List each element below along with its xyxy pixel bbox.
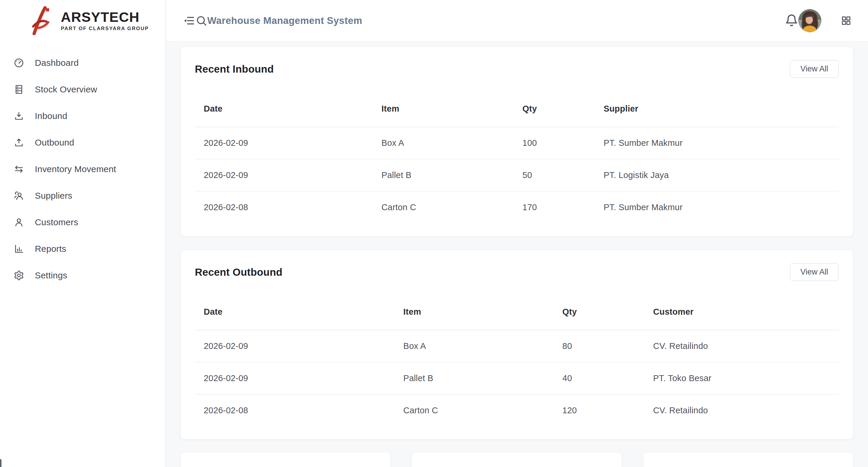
card-title: Recent Inbound: [195, 63, 274, 75]
col-header-supplier: Supplier: [595, 94, 839, 127]
sidebar-item-customers[interactable]: Customers: [0, 209, 165, 236]
sidebar-item-label: Inbound: [35, 111, 67, 121]
main-area: Warehouse Management System: [166, 0, 868, 467]
cell-qty: 100: [514, 127, 595, 159]
recent-outbound-header: Recent Outbound View All: [195, 263, 839, 281]
upload-tray-icon: [13, 137, 24, 148]
sidebar-item-reports[interactable]: Reports: [0, 236, 165, 262]
search-icon[interactable]: [195, 15, 207, 27]
stub-card: [180, 452, 391, 467]
bell-icon[interactable]: [785, 14, 798, 27]
gear-icon: [13, 270, 24, 281]
sidebar-item-label: Settings: [35, 271, 67, 280]
content-area: Recent Inbound View All Date Item Qty Su…: [166, 41, 868, 467]
view-all-outbound-button[interactable]: View All: [790, 263, 839, 281]
sidebar-item-label: Suppliers: [35, 191, 72, 201]
cell-customer: PT. Toko Besar: [644, 362, 839, 394]
stock-cabinet-icon: [13, 84, 24, 95]
sidebar-item-label: Outbound: [35, 137, 74, 148]
view-all-inbound-button[interactable]: View All: [790, 60, 839, 78]
card-title: Recent Outbound: [195, 266, 283, 278]
top-bar: Warehouse Management System: [166, 0, 868, 41]
cell-date: 2026-02-08: [195, 191, 373, 223]
col-header-qty: Qty: [554, 297, 645, 330]
page-title: Warehouse Management System: [207, 15, 362, 26]
cell-item: Box A: [373, 127, 514, 159]
brand-logo: ARSYTECH PART OF CLARSYARA GROUP: [0, 0, 165, 41]
stub-card: [643, 452, 853, 467]
cell-qty: 80: [554, 330, 645, 362]
stub-card: [411, 452, 622, 467]
cell-qty: 50: [514, 159, 595, 191]
next-cards-row: [180, 452, 853, 467]
sidebar-item-dashboard[interactable]: Dashboard: [0, 50, 165, 76]
sidebar-item-stock-overview[interactable]: Stock Overview: [0, 76, 165, 103]
col-header-item: Item: [373, 94, 514, 127]
sidebar-item-label: Inventory Movement: [35, 164, 116, 174]
table-row: 2026-02-08 Carton C 120 CV. Retailindo: [195, 394, 839, 426]
scrollbar-fragment: [0, 459, 1, 467]
sidebar-item-label: Reports: [35, 244, 66, 254]
sidebar-item-label: Stock Overview: [35, 85, 97, 94]
sidebar-item-inbound[interactable]: Inbound: [0, 103, 165, 129]
brand-name: ARSYTECH: [61, 10, 149, 24]
brand-tagline: PART OF CLARSYARA GROUP: [61, 26, 149, 32]
brand-text: ARSYTECH PART OF CLARSYARA GROUP: [61, 10, 149, 31]
cell-date: 2026-02-09: [195, 362, 395, 394]
sidebar-item-settings[interactable]: Settings: [0, 262, 165, 289]
table-row: 2026-02-09 Pallet B 40 PT. Toko Besar: [195, 362, 839, 394]
cell-date: 2026-02-09: [195, 330, 395, 362]
user-icon: [13, 217, 24, 227]
recent-outbound-card: Recent Outbound View All Date Item Qty C…: [180, 250, 853, 440]
cell-item: Pallet B: [373, 159, 514, 191]
table-row: 2026-02-09 Box A 100 PT. Sumber Makmur: [195, 127, 839, 159]
cell-date: 2026-02-09: [195, 127, 373, 159]
table-header-row: Date Item Qty Supplier: [195, 94, 839, 127]
sidebar-item-outbound[interactable]: Outbound: [0, 129, 165, 156]
sidebar-item-label: Customers: [35, 217, 78, 227]
users-icon: [13, 190, 24, 201]
table-row: 2026-02-09 Pallet B 50 PT. Logistik Jaya: [195, 159, 839, 191]
sidebar-nav: Dashboard Stock Overview Inbound Outboun…: [0, 41, 165, 289]
cell-date: 2026-02-09: [195, 159, 373, 191]
col-header-date: Date: [195, 297, 395, 330]
cell-supplier: PT. Logistik Jaya: [595, 159, 839, 191]
col-header-customer: Customer: [644, 297, 839, 330]
cell-supplier: PT. Sumber Makmur: [595, 191, 839, 223]
cell-customer: CV. Retailindo: [644, 394, 839, 426]
sidebar: ARSYTECH PART OF CLARSYARA GROUP Dashboa…: [0, 0, 166, 467]
sidebar-item-label: Dashboard: [35, 58, 79, 68]
cell-item: Carton C: [395, 394, 554, 426]
col-header-item: Item: [395, 297, 554, 330]
sidebar-item-inventory-movement[interactable]: Inventory Movement: [0, 156, 165, 182]
table-row: 2026-02-08 Carton C 170 PT. Sumber Makmu…: [195, 191, 839, 223]
download-tray-icon: [13, 111, 24, 121]
app-window: ARSYTECH PART OF CLARSYARA GROUP Dashboa…: [0, 0, 868, 467]
gauge-icon: [13, 58, 24, 68]
inbound-table: Date Item Qty Supplier 2026-02-09 Box A …: [195, 94, 839, 223]
col-header-date: Date: [195, 94, 373, 127]
arrows-swap-icon: [13, 164, 24, 175]
bar-chart-icon: [13, 244, 24, 254]
table-row: 2026-02-09 Box A 80 CV. Retailindo: [195, 330, 839, 362]
cell-qty: 170: [514, 191, 595, 223]
user-avatar[interactable]: [798, 9, 822, 32]
cell-qty: 40: [554, 362, 645, 394]
collapse-sidebar-icon[interactable]: [182, 14, 195, 27]
cell-date: 2026-02-08: [195, 394, 395, 426]
cell-customer: CV. Retailindo: [644, 330, 839, 362]
cell-supplier: PT. Sumber Makmur: [595, 127, 839, 159]
apps-grid-icon[interactable]: [841, 15, 851, 26]
sidebar-item-suppliers[interactable]: Suppliers: [0, 182, 165, 209]
cell-qty: 120: [554, 394, 645, 426]
arsytech-logo-icon: [32, 6, 50, 35]
recent-inbound-card: Recent Inbound View All Date Item Qty Su…: [180, 46, 853, 237]
recent-inbound-header: Recent Inbound View All: [195, 60, 839, 78]
table-header-row: Date Item Qty Customer: [195, 297, 839, 330]
cell-item: Pallet B: [395, 362, 554, 394]
cell-item: Carton C: [373, 191, 514, 223]
cell-item: Box A: [395, 330, 554, 362]
outbound-table: Date Item Qty Customer 2026-02-09 Box A …: [195, 297, 839, 426]
col-header-qty: Qty: [514, 94, 595, 127]
